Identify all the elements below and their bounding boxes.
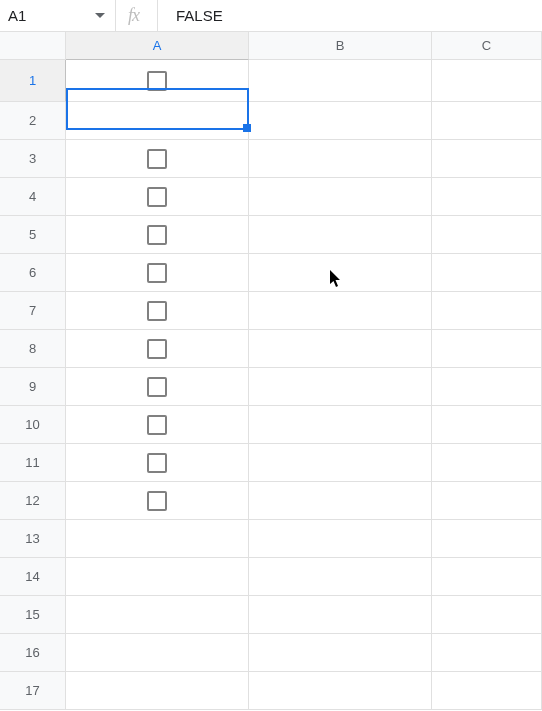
formula-input[interactable]: FALSE bbox=[157, 0, 542, 31]
cell[interactable] bbox=[432, 102, 542, 140]
cell[interactable] bbox=[432, 216, 542, 254]
cell[interactable] bbox=[66, 672, 249, 710]
cell[interactable] bbox=[249, 140, 432, 178]
cell[interactable] bbox=[432, 254, 542, 292]
grid-row: 7 bbox=[0, 292, 542, 330]
cell[interactable] bbox=[66, 406, 249, 444]
cell[interactable] bbox=[66, 482, 249, 520]
cell[interactable] bbox=[66, 444, 249, 482]
cell-reference-box[interactable]: A1 bbox=[0, 0, 115, 31]
row-header-8[interactable]: 8 bbox=[0, 330, 66, 368]
row-header-5[interactable]: 5 bbox=[0, 216, 66, 254]
checkbox[interactable] bbox=[147, 225, 167, 245]
cell-reference-text: A1 bbox=[8, 7, 85, 24]
cell[interactable] bbox=[66, 596, 249, 634]
cell[interactable] bbox=[249, 558, 432, 596]
checkbox[interactable] bbox=[147, 415, 167, 435]
cell[interactable] bbox=[432, 558, 542, 596]
cell[interactable] bbox=[66, 634, 249, 672]
row-header-13[interactable]: 13 bbox=[0, 520, 66, 558]
cell[interactable] bbox=[66, 60, 249, 102]
checkbox[interactable] bbox=[147, 377, 167, 397]
chevron-down-icon[interactable] bbox=[85, 13, 115, 19]
row-header-7[interactable]: 7 bbox=[0, 292, 66, 330]
cell[interactable] bbox=[249, 634, 432, 672]
checkbox[interactable] bbox=[147, 71, 167, 91]
grid-row: 6 bbox=[0, 254, 542, 292]
checkbox[interactable] bbox=[147, 301, 167, 321]
cell[interactable] bbox=[249, 368, 432, 406]
cell[interactable] bbox=[249, 292, 432, 330]
checkbox[interactable] bbox=[147, 491, 167, 511]
column-header-b[interactable]: B bbox=[249, 32, 432, 60]
cell[interactable] bbox=[66, 140, 249, 178]
cell[interactable] bbox=[66, 254, 249, 292]
checkbox[interactable] bbox=[147, 339, 167, 359]
cell[interactable] bbox=[432, 520, 542, 558]
cell[interactable] bbox=[249, 444, 432, 482]
row-header-12[interactable]: 12 bbox=[0, 482, 66, 520]
cell[interactable] bbox=[66, 216, 249, 254]
cell[interactable] bbox=[66, 520, 249, 558]
row-header-6[interactable]: 6 bbox=[0, 254, 66, 292]
formula-bar: A1 fx FALSE bbox=[0, 0, 542, 32]
grid-row: 15 bbox=[0, 596, 542, 634]
row-header-4[interactable]: 4 bbox=[0, 178, 66, 216]
cell[interactable] bbox=[432, 178, 542, 216]
cell[interactable] bbox=[249, 672, 432, 710]
cell[interactable] bbox=[249, 178, 432, 216]
cell[interactable] bbox=[66, 292, 249, 330]
cell[interactable] bbox=[432, 444, 542, 482]
cell[interactable] bbox=[249, 330, 432, 368]
row-header-11[interactable]: 11 bbox=[0, 444, 66, 482]
row-header-16[interactable]: 16 bbox=[0, 634, 66, 672]
cell[interactable] bbox=[249, 596, 432, 634]
grid-row: 11 bbox=[0, 444, 542, 482]
row-header-2[interactable]: 2 bbox=[0, 102, 66, 140]
row-header-15[interactable]: 15 bbox=[0, 596, 66, 634]
column-header-a[interactable]: A bbox=[66, 32, 249, 60]
cell[interactable] bbox=[66, 178, 249, 216]
spreadsheet-grid: ABC 1234567891011121314151617 bbox=[0, 32, 542, 710]
column-header-c[interactable]: C bbox=[432, 32, 542, 60]
checkbox[interactable] bbox=[147, 187, 167, 207]
cell[interactable] bbox=[432, 368, 542, 406]
cell[interactable] bbox=[66, 102, 249, 140]
grid-row: 8 bbox=[0, 330, 542, 368]
row-header-17[interactable]: 17 bbox=[0, 672, 66, 710]
grid-row: 17 bbox=[0, 672, 542, 710]
cell[interactable] bbox=[432, 330, 542, 368]
cell[interactable] bbox=[432, 406, 542, 444]
cell[interactable] bbox=[66, 558, 249, 596]
checkbox[interactable] bbox=[147, 263, 167, 283]
cell[interactable] bbox=[66, 368, 249, 406]
row-header-3[interactable]: 3 bbox=[0, 140, 66, 178]
grid-row: 16 bbox=[0, 634, 542, 672]
cell[interactable] bbox=[249, 216, 432, 254]
cell[interactable] bbox=[432, 60, 542, 102]
cell[interactable] bbox=[432, 292, 542, 330]
cell[interactable] bbox=[249, 482, 432, 520]
fx-label: fx bbox=[128, 5, 139, 26]
row-header-1[interactable]: 1 bbox=[0, 60, 66, 102]
grid-row: 2 bbox=[0, 102, 542, 140]
cell[interactable] bbox=[66, 330, 249, 368]
checkbox[interactable] bbox=[147, 149, 167, 169]
cell[interactable] bbox=[432, 672, 542, 710]
cursor-icon bbox=[330, 270, 344, 292]
formula-value: FALSE bbox=[176, 7, 223, 24]
cell[interactable] bbox=[432, 634, 542, 672]
row-header-10[interactable]: 10 bbox=[0, 406, 66, 444]
cell[interactable] bbox=[432, 596, 542, 634]
cell[interactable] bbox=[249, 60, 432, 102]
cell[interactable] bbox=[249, 102, 432, 140]
grid-row: 1 bbox=[0, 60, 542, 102]
cell[interactable] bbox=[249, 406, 432, 444]
row-header-9[interactable]: 9 bbox=[0, 368, 66, 406]
checkbox[interactable] bbox=[147, 453, 167, 473]
cell[interactable] bbox=[432, 482, 542, 520]
row-header-14[interactable]: 14 bbox=[0, 558, 66, 596]
select-all-corner[interactable] bbox=[0, 32, 66, 60]
cell[interactable] bbox=[249, 520, 432, 558]
cell[interactable] bbox=[432, 140, 542, 178]
